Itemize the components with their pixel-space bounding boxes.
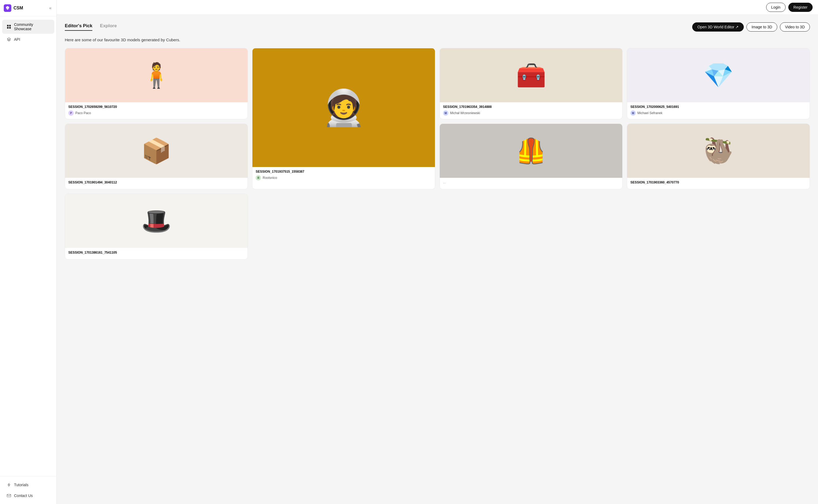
register-button[interactable]: Register: [788, 3, 813, 12]
author-avatar: M: [443, 110, 449, 116]
sidebar-item-contact[interactable]: Contact Us: [2, 491, 54, 501]
card-title: SESSION_1702000625_5401691: [630, 105, 806, 109]
gallery-card[interactable]: 🦥 SESSION_1701903360_4570770: [627, 124, 810, 189]
card-info: SESSION_1701963354_3914888 M Michał Wrze…: [440, 102, 622, 119]
sidebar-footer: Tutorials Contact Us: [0, 476, 56, 504]
card-thumbnail: 💎: [703, 63, 734, 87]
author-avatar: P: [68, 110, 74, 116]
svg-rect-1: [7, 25, 9, 26]
card-author: M Michał Wrzesniewski: [443, 110, 619, 116]
lightning-icon: [6, 482, 11, 487]
top-bar: Login Register: [57, 0, 818, 15]
card-info: SESSION_1701903360_4570770: [627, 178, 810, 189]
gallery-card[interactable]: 🧰 SESSION_1701963354_3914888 M Michał Wr…: [440, 48, 623, 119]
card-image: 🧑‍🚀: [252, 48, 435, 167]
svg-rect-4: [9, 27, 11, 29]
card-title: SESSION_1701901494_3040112: [68, 181, 244, 184]
card-title: ...: [443, 181, 619, 184]
card-title: SESSION_1702659299_5610720: [68, 105, 244, 109]
card-image: 🧰: [440, 48, 622, 102]
content-area: Editor's Pick Explore Open 3D World Edit…: [57, 15, 818, 504]
mail-icon: [6, 493, 11, 498]
logo-area: CSM: [4, 4, 23, 12]
gallery-grid: 🧍 SESSION_1702659299_5610720 P Paco Paco…: [65, 48, 810, 260]
svg-rect-5: [7, 494, 11, 497]
card-image: 🦥: [627, 124, 810, 178]
card-thumbnail: 📦: [141, 139, 171, 163]
author-name: Paco Paco: [75, 111, 91, 115]
sidebar-item-label: API: [14, 37, 20, 42]
gallery-card[interactable]: 🦺 ...: [440, 124, 623, 189]
gallery-card[interactable]: 💎 SESSION_1702000625_5401691 M Michael S…: [627, 48, 810, 119]
card-info: SESSION_1701901494_3040112: [65, 178, 247, 189]
author-avatar: R: [256, 175, 261, 181]
tab-explore[interactable]: Explore: [100, 23, 117, 31]
layers-icon: [6, 37, 11, 42]
nav-items: Community Showcase API: [0, 16, 56, 476]
card-title: SESSION_1701903360_4570770: [630, 181, 806, 184]
sidebar-header: CSM «: [0, 0, 56, 16]
card-info: SESSION_1702000625_5401691 M Michael Sef…: [627, 102, 810, 119]
card-title: SESSION_1701963354_3914888: [443, 105, 619, 109]
csm-logo-icon: [4, 4, 11, 12]
card-image: 🧍: [65, 48, 247, 102]
action-buttons: Open 3D World Editor ↗ Image to 3D Video…: [692, 22, 810, 32]
card-thumbnail: 🧑‍🚀: [322, 90, 365, 125]
card-thumbnail: 🧍: [141, 63, 171, 87]
author-avatar: M: [630, 110, 636, 116]
author-name: Michael Sefranek: [637, 111, 663, 115]
card-author: R Rootsnico: [256, 175, 432, 181]
tabs-wrapper: Editor's Pick Explore: [65, 23, 117, 31]
card-info: ...: [440, 178, 622, 189]
gallery-card[interactable]: 🎩 SESSION_1701386161_7541105: [65, 194, 248, 260]
page-subtitle: Here are some of our favourite 3D models…: [65, 38, 810, 42]
image-to-3d-button[interactable]: Image to 3D: [746, 22, 777, 32]
card-image: 🎩: [65, 194, 247, 248]
tabs-and-buttons: Editor's Pick Explore Open 3D World Edit…: [65, 22, 810, 32]
gallery-card[interactable]: 🧍 SESSION_1702659299_5610720 P Paco Paco: [65, 48, 248, 119]
card-thumbnail: 🦥: [703, 139, 734, 163]
card-thumbnail: 🧰: [516, 63, 546, 87]
author-name: Michał Wrzesniewski: [450, 111, 480, 115]
card-info: SESSION_1701386161_7541105: [65, 248, 247, 259]
author-name: Rootsnico: [263, 176, 277, 180]
sidebar-item-community-showcase[interactable]: Community Showcase: [2, 20, 54, 34]
main-content: Login Register Editor's Pick Explore Ope…: [57, 0, 818, 504]
open-3d-world-button[interactable]: Open 3D World Editor ↗: [692, 22, 744, 32]
card-image: 💎: [627, 48, 810, 102]
svg-rect-2: [9, 25, 11, 26]
grid-icon: [6, 24, 11, 29]
card-title: SESSION_1701386161_7541105: [68, 251, 244, 254]
card-info: SESSION_1701937515_1558387 R Rootsnico: [252, 167, 435, 184]
video-to-3d-button[interactable]: Video to 3D: [780, 22, 810, 32]
sidebar-footer-label: Tutorials: [14, 483, 28, 487]
card-image: 📦: [65, 124, 247, 178]
card-author: M Michael Sefranek: [630, 110, 806, 116]
gallery-card[interactable]: 📦 SESSION_1701901494_3040112: [65, 124, 248, 189]
sidebar-item-label: Community Showcase: [14, 22, 50, 31]
tab-editors-pick[interactable]: Editor's Pick: [65, 23, 92, 31]
logo-text: CSM: [13, 6, 23, 11]
sidebar-collapse-button[interactable]: «: [48, 5, 53, 12]
sidebar-item-tutorials[interactable]: Tutorials: [2, 480, 54, 490]
gallery-card[interactable]: 🧑‍🚀 SESSION_1701937515_1558387 R Rootsni…: [252, 48, 435, 189]
card-thumbnail: 🎩: [141, 209, 171, 233]
card-image: 🦺: [440, 124, 622, 178]
card-info: SESSION_1702659299_5610720 P Paco Paco: [65, 102, 247, 119]
sidebar-item-api[interactable]: API: [2, 34, 54, 45]
login-button[interactable]: Login: [766, 3, 786, 12]
card-title: SESSION_1701937515_1558387: [256, 170, 432, 173]
svg-rect-3: [7, 27, 9, 29]
card-thumbnail: 🦺: [516, 139, 546, 163]
card-author: P Paco Paco: [68, 110, 244, 116]
sidebar-footer-label: Contact Us: [14, 493, 33, 498]
sidebar: CSM « Community Showcase: [0, 0, 57, 504]
